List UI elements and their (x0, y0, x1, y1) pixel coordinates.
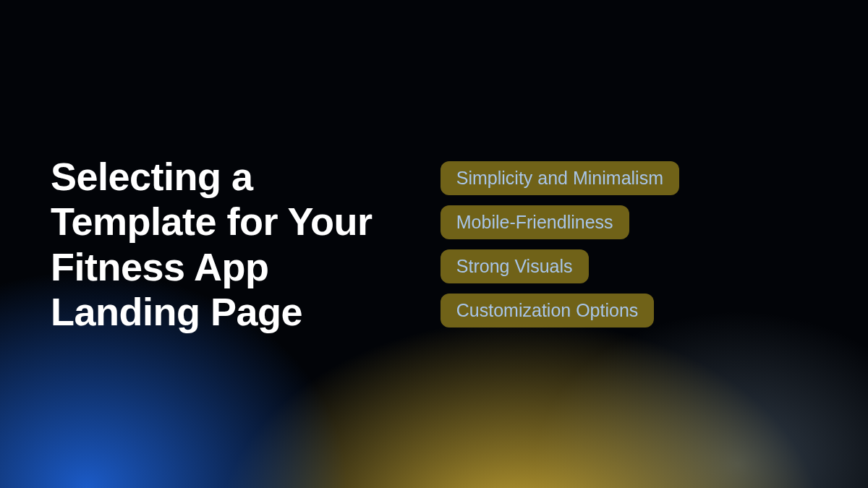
headline-column: Selecting a Template for Your Fitness Ap… (51, 154, 419, 333)
page-headline: Selecting a Template for Your Fitness Ap… (51, 154, 419, 333)
feature-pill: Simplicity and Minimalism (441, 161, 679, 195)
feature-pill: Mobile-Friendliness (441, 205, 629, 239)
feature-pill: Strong Visuals (441, 249, 589, 283)
feature-pill: Customization Options (441, 294, 655, 328)
pills-column: Simplicity and Minimalism Mobile-Friendl… (419, 161, 817, 328)
content-container: Selecting a Template for Your Fitness Ap… (0, 0, 868, 488)
